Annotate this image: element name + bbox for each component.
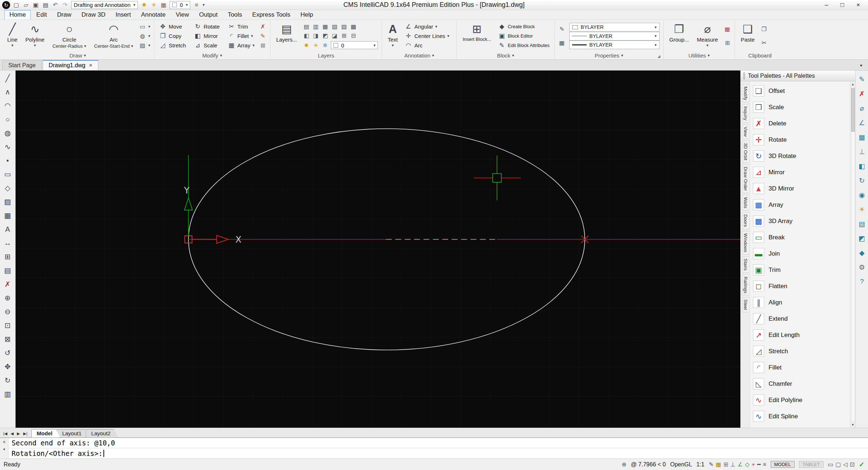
otrack-toggle-icon[interactable]: + bbox=[752, 461, 755, 468]
modify-tool-button[interactable]: ↻ Rotate bbox=[193, 22, 223, 31]
palette-tab[interactable]: Stairs bbox=[742, 256, 749, 273]
palette-item[interactable]: ╱ Extend bbox=[753, 311, 849, 327]
app-logo-icon[interactable]: ↻ bbox=[2, 1, 10, 9]
customize-toolbar-icon[interactable]: ≡ bbox=[193, 2, 200, 8]
properties-panel-footer[interactable]: Properties▾ ◢ bbox=[558, 51, 660, 59]
zoom-window-tool-icon[interactable]: ⊡ bbox=[1, 319, 14, 332]
zoom-in-tool-icon[interactable]: ⊕ bbox=[1, 291, 14, 305]
layer-unisolate-icon[interactable]: ◩ bbox=[322, 32, 329, 39]
lineweight-combo[interactable]: BYLAYER ▾ bbox=[569, 40, 660, 49]
palette-item[interactable]: ◜ Fillet bbox=[753, 359, 849, 376]
snap-toggle-icon[interactable]: ⊞ bbox=[723, 461, 728, 468]
delete-icon[interactable]: ✗ bbox=[856, 86, 867, 101]
palette-header[interactable]: Tool Palettes - All Palettes bbox=[741, 70, 855, 81]
line-tool-icon[interactable]: ╱ bbox=[1, 71, 14, 85]
zoom-out-tool-icon[interactable]: ⊖ bbox=[1, 305, 14, 319]
clean-screen-icon[interactable]: ⊡ bbox=[850, 461, 855, 468]
block-insert-tool-icon[interactable]: ⊞ bbox=[1, 250, 14, 264]
menu-draw[interactable]: Draw bbox=[52, 10, 76, 19]
dimension-tool-icon[interactable]: ↔ bbox=[1, 236, 14, 250]
help-icon[interactable]: ? bbox=[856, 274, 867, 289]
draw-extra-tool-button[interactable]: ▭ ▾ bbox=[139, 23, 150, 30]
annotate-pencil-icon[interactable]: ✎ bbox=[709, 461, 714, 468]
palette-item[interactable]: ✛ Rotate bbox=[753, 132, 849, 148]
insert-block-button[interactable]: ⊞ Insert Block... bbox=[460, 22, 493, 50]
layer-freeze-snowflake-icon[interactable]: ❄ bbox=[322, 42, 329, 49]
hatch-tool-icon[interactable]: ▨ bbox=[1, 195, 14, 209]
layers-icon[interactable]: ▤ bbox=[856, 217, 867, 231]
layer-combo[interactable]: 0 ▾ bbox=[331, 41, 378, 49]
render-icon[interactable]: ◩ bbox=[856, 231, 867, 245]
modify-tool-button[interactable]: ❐ Copy bbox=[158, 32, 190, 40]
match-properties-icon[interactable]: ✎ bbox=[558, 25, 566, 33]
open-file-icon[interactable]: ▱ bbox=[23, 1, 29, 8]
layer-properties-icon[interactable]: ▤ bbox=[303, 23, 310, 30]
palette-tab[interactable]: Doors bbox=[742, 212, 749, 229]
palette-item[interactable]: ▩ 3D Array bbox=[753, 213, 849, 229]
layer-merge-icon[interactable]: ⊞ bbox=[340, 32, 348, 39]
polygon-tool-icon[interactable]: ◇ bbox=[1, 181, 14, 195]
drawing-canvas[interactable]: X Y bbox=[16, 70, 740, 428]
model-space-button[interactable]: MODEL bbox=[771, 461, 795, 468]
command-prompt-line[interactable]: Rotation/<Other axis>: bbox=[9, 448, 868, 458]
palette-item[interactable]: ◿ Stretch bbox=[753, 343, 849, 359]
point-tool-icon[interactable]: • bbox=[1, 154, 14, 167]
chevron-down-icon[interactable]: ▾ bbox=[3, 447, 5, 451]
draw-extra-tool-button[interactable]: ▨ ▾ bbox=[139, 42, 150, 49]
palette-item[interactable]: ▣ Trim bbox=[753, 262, 849, 278]
lineweight-toggle-icon[interactable]: ━ bbox=[757, 461, 761, 468]
bulb-icon[interactable]: ✹ bbox=[141, 1, 147, 8]
paste-button[interactable]: ❑ Paste bbox=[739, 22, 757, 50]
modify-tool-button[interactable]: ◧ Mirror bbox=[193, 32, 223, 40]
layer-freeze-icon[interactable]: ▧ bbox=[331, 23, 338, 30]
palette-item[interactable]: ↻ 3D Rotate bbox=[753, 148, 849, 164]
lock-icon[interactable]: ⊠ bbox=[259, 42, 267, 49]
measure-icon[interactable]: ⌀ bbox=[856, 101, 867, 115]
erase-icon[interactable]: ✗ bbox=[259, 23, 267, 30]
polar-toggle-icon[interactable]: ∠ bbox=[738, 461, 743, 468]
workspace-combo[interactable]: Drafting and Annotation ▾ bbox=[71, 1, 138, 9]
tab-layout2[interactable]: Layout2 bbox=[86, 429, 118, 437]
monitor-icon[interactable]: ▢ bbox=[835, 461, 841, 468]
orbit-tool-icon[interactable]: ↻ bbox=[1, 373, 14, 387]
layer-off-icon[interactable]: ▦ bbox=[322, 23, 329, 30]
palette-item[interactable]: ❐ Scale bbox=[753, 99, 849, 115]
circle-button[interactable]: ○ Circle Center-Radius▾ bbox=[50, 22, 88, 50]
pan-tool-icon[interactable]: ✥ bbox=[1, 360, 14, 373]
region-tool-icon[interactable]: ▦ bbox=[1, 209, 14, 222]
color-swatches-icon[interactable]: ▦ bbox=[558, 39, 566, 47]
save-icon[interactable]: ▣ bbox=[33, 1, 39, 8]
spline-tool-icon[interactable]: ∿ bbox=[1, 140, 14, 154]
palette-tab[interactable]: View bbox=[742, 124, 749, 139]
modify-tool-button[interactable]: ◜ Fillet ▾ bbox=[226, 32, 255, 40]
palette-tab[interactable]: Railings bbox=[742, 274, 749, 295]
text-button[interactable]: A Text ▾ bbox=[386, 22, 400, 50]
clipboard-panel-footer[interactable]: Clipboard bbox=[738, 51, 782, 59]
sheet-nav-button[interactable]: ▶ bbox=[16, 431, 21, 436]
scrollbar-thumb[interactable] bbox=[851, 88, 855, 132]
palette-item[interactable]: ✗ Delete bbox=[753, 115, 849, 132]
status-coordinates[interactable]: @ 7.7966 < 0 bbox=[631, 461, 666, 468]
command-history[interactable]: Second end of axis: @10,0 Rotation/<Othe… bbox=[9, 438, 868, 458]
modify-panel-footer[interactable]: Modify▾ bbox=[157, 51, 267, 59]
menu-insert[interactable]: Insert bbox=[111, 10, 136, 19]
palette-tab[interactable]: Modify bbox=[742, 84, 749, 102]
tab-start-page[interactable]: Start Page bbox=[2, 60, 42, 70]
annotation-tool-button[interactable]: ◠ Arc bbox=[404, 41, 426, 50]
draw-panel-footer[interactable]: Draw▾ bbox=[4, 51, 151, 59]
sun-icon[interactable]: ☀ bbox=[856, 202, 867, 217]
modify-tool-button[interactable]: ⊿ Scale bbox=[193, 41, 223, 50]
tab-model[interactable]: Model bbox=[31, 429, 60, 437]
palette-item[interactable]: ❏ Offset bbox=[753, 83, 849, 99]
block-panel-footer[interactable]: Block▾ bbox=[460, 51, 551, 59]
palette-item[interactable]: ↗ Edit Length bbox=[753, 327, 849, 343]
sheet-nav-button[interactable]: ▶| bbox=[22, 431, 28, 436]
color-combo[interactable]: BYLAYER ▾ bbox=[569, 23, 660, 31]
menu-help[interactable]: Help bbox=[296, 10, 318, 19]
palette-item[interactable]: ▲ 3D Mirror bbox=[753, 180, 849, 197]
measure-button[interactable]: ⌀ Measure ▾ bbox=[695, 22, 720, 50]
group-button[interactable]: ❐ Group... bbox=[667, 22, 691, 50]
print-icon[interactable]: ▤ bbox=[42, 1, 49, 8]
rectangle-tool-icon[interactable]: ▭ bbox=[1, 167, 14, 181]
modify-palette-icon[interactable]: ✎ bbox=[856, 72, 867, 86]
